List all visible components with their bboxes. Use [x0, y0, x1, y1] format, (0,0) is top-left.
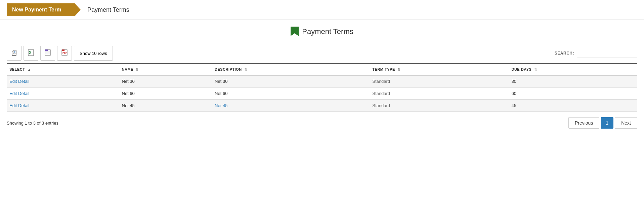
page-1-button[interactable]: 1 [601, 117, 613, 129]
pdf-button[interactable]: PDF [57, 46, 72, 61]
page-title-area: Payment Terms [0, 20, 644, 43]
cell-select: Edit Detail [7, 88, 119, 100]
col-description[interactable]: DESCRIPTION ⇅ [212, 64, 370, 75]
next-button[interactable]: Next [615, 117, 637, 129]
svg-rect-9 [45, 49, 48, 51]
cell-name: Net 45 [119, 100, 212, 112]
excel-icon: X [28, 49, 34, 58]
edit-detail-link[interactable]: Edit Detail [9, 79, 29, 84]
svg-marker-0 [291, 27, 299, 36]
search-area: SEARCH: [555, 49, 637, 58]
new-payment-term-button[interactable]: New Payment Term [7, 3, 81, 16]
edit-detail-link[interactable]: Edit Detail [9, 91, 29, 96]
pdf-icon: PDF [61, 49, 68, 58]
cell-description: Net 45 [212, 100, 370, 112]
page-header: New Payment Term Payment Terms [0, 0, 644, 20]
col-name[interactable]: NAME ⇅ [119, 64, 212, 75]
cell-name: Net 60 [119, 88, 212, 100]
sort-icon-due-days: ⇅ [534, 68, 537, 71]
cell-due-days: 60 [509, 88, 637, 100]
csv-button[interactable] [40, 46, 55, 61]
showing-text: Showing 1 to 3 of 3 entries [7, 121, 58, 126]
svg-rect-14 [62, 49, 65, 51]
col-due-days[interactable]: DUE DAYS ⇅ [509, 64, 637, 75]
copy-icon [11, 49, 17, 58]
csv-icon [44, 49, 51, 58]
cell-due-days: 30 [509, 75, 637, 88]
payment-terms-table: SELECT ▲ NAME ⇅ DESCRIPTION ⇅ TERM TYPE … [7, 63, 637, 112]
sort-icon-select: ▲ [28, 68, 31, 71]
pagination: Previous 1 Next [568, 117, 637, 129]
breadcrumb: Payment Terms [87, 6, 129, 13]
cell-name: Net 30 [119, 75, 212, 88]
excel-button[interactable]: X [24, 46, 38, 61]
previous-button[interactable]: Previous [568, 117, 599, 129]
table-row: Edit DetailNet 60Net 60Standard60 [7, 88, 637, 100]
search-label: SEARCH: [555, 51, 574, 56]
cell-term-type: Standard [370, 75, 509, 88]
col-select[interactable]: SELECT ▲ [7, 64, 119, 75]
table-wrapper: SELECT ▲ NAME ⇅ DESCRIPTION ⇅ TERM TYPE … [0, 63, 644, 112]
cell-select: Edit Detail [7, 75, 119, 88]
table-footer: Showing 1 to 3 of 3 entries Previous 1 N… [0, 112, 644, 134]
cell-description: Net 30 [212, 75, 370, 88]
cell-due-days: 45 [509, 100, 637, 112]
svg-text:X: X [29, 51, 32, 55]
table-row: Edit DetailNet 30Net 30Standard30 [7, 75, 637, 88]
edit-detail-link[interactable]: Edit Detail [9, 103, 29, 108]
table-body: Edit DetailNet 30Net 30Standard30Edit De… [7, 75, 637, 112]
page-title: Payment Terms [302, 27, 353, 36]
toolbar: X PDF Show 10 rows SEARCH: [0, 43, 644, 63]
sort-icon-term-type: ⇅ [397, 68, 400, 71]
cell-term-type: Standard [370, 100, 509, 112]
cell-description: Net 60 [212, 88, 370, 100]
cell-term-type: Standard [370, 88, 509, 100]
search-input[interactable] [577, 49, 637, 58]
show-rows-button[interactable]: Show 10 rows [74, 46, 113, 61]
sort-icon-description: ⇅ [244, 68, 247, 71]
cell-select: Edit Detail [7, 100, 119, 112]
table-header: SELECT ▲ NAME ⇅ DESCRIPTION ⇅ TERM TYPE … [7, 64, 637, 75]
bookmark-icon [291, 27, 299, 37]
table-row: Edit DetailNet 45Net 45Standard45 [7, 100, 637, 112]
col-term-type[interactable]: TERM TYPE ⇅ [370, 64, 509, 75]
sort-icon-name: ⇅ [136, 68, 139, 71]
svg-text:PDF: PDF [62, 52, 68, 54]
copy-button[interactable] [7, 46, 22, 61]
